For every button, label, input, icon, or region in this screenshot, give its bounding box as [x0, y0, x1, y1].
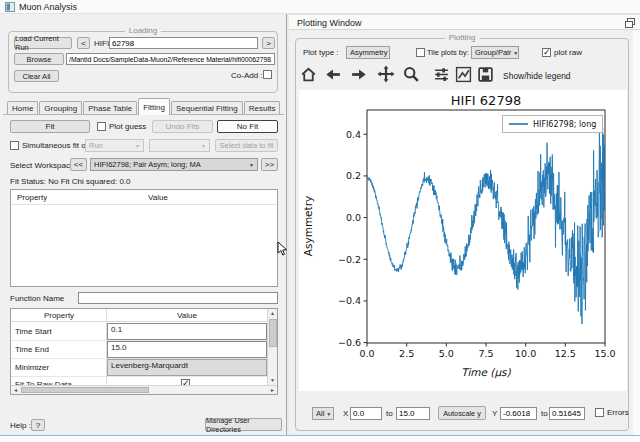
plot-title: HIFI 62798: [451, 93, 521, 108]
plot-type-value: Asymmetry: [350, 48, 388, 57]
home-icon[interactable]: [300, 66, 317, 83]
show-hide-legend-button[interactable]: Show/hide legend: [503, 71, 571, 81]
workspace-dropdown[interactable]: HIFI62798; Pair Asym; long; MA▼: [90, 158, 258, 171]
errors-checkbox[interactable]: [595, 408, 604, 417]
tile-by-dropdown[interactable]: Group/Pair▼: [471, 46, 519, 59]
load-current-run-button[interactable]: Load Current Run: [14, 37, 72, 49]
scroll-up-icon[interactable]: ▲: [270, 311, 275, 316]
help-button[interactable]: ?: [31, 419, 45, 431]
mouse-cursor: [277, 241, 288, 257]
pan-icon[interactable]: [377, 65, 395, 83]
instrument-label: HIFI: [94, 39, 109, 48]
select-data-to-fit-button[interactable]: Select data to fit: [215, 139, 278, 152]
tab-results[interactable]: Results: [244, 101, 281, 115]
browse-button[interactable]: Browse: [14, 53, 64, 65]
scope-dropdown[interactable]: All▼: [312, 407, 334, 420]
y-min-input[interactable]: [500, 407, 537, 420]
settings-row-property: Time Start: [15, 327, 52, 336]
scrollbar-thumb[interactable]: [21, 387, 149, 393]
loading-group-label: Loading: [125, 26, 161, 35]
co-add-checkbox[interactable]: [263, 70, 272, 79]
dropdown-arrow-icon: ▼: [388, 50, 391, 56]
workspace-next-button[interactable]: >>: [261, 158, 278, 171]
time-end-value[interactable]: 15.0: [107, 341, 267, 358]
plot-type-dropdown[interactable]: Asymmetry▼: [346, 46, 390, 59]
dropdown-arrow-icon: ▼: [133, 143, 140, 149]
next-run-button[interactable]: >: [262, 37, 275, 49]
no-fit-button[interactable]: No Fit: [217, 120, 278, 133]
simultaneous-scope-value: Run: [89, 141, 103, 150]
scroll-right-icon[interactable]: ►: [270, 388, 275, 393]
scroll-left-icon[interactable]: ◄: [13, 388, 18, 393]
desktop: Muon Analysis Loading Load Current Run <…: [0, 0, 640, 442]
simultaneous-scope-dropdown[interactable]: Run▼: [85, 139, 144, 152]
header-divider: [11, 321, 267, 322]
x-axis-label: Time (μs): [461, 366, 511, 379]
minimizer-value[interactable]: Levenberg-Marquardt: [107, 359, 267, 376]
plot-legend[interactable]: HIFI62798; long: [503, 116, 603, 133]
y-max-input[interactable]: [549, 407, 585, 420]
time-start-value[interactable]: 0.1: [107, 323, 267, 340]
function-browser-table[interactable]: Property Value: [10, 189, 278, 287]
tab-sequential-fitting[interactable]: Sequential Fitting: [171, 101, 243, 115]
help-label: Help :: [10, 421, 31, 430]
autoscale-y-button[interactable]: Autoscale y: [438, 406, 486, 420]
undo-fits-button[interactable]: Undo Fits: [152, 120, 213, 133]
plotting-titlebar: Plotting Window: [289, 14, 640, 30]
plot-figure[interactable]: HIFI 62798 0.02.55.07.510.012.515.0 0.40…: [299, 90, 627, 391]
run-number-input[interactable]: [109, 37, 258, 49]
forward-icon[interactable]: [350, 66, 367, 83]
customize-plot-icon[interactable]: [455, 66, 472, 83]
simultaneous-selection-dropdown[interactable]: ▼: [149, 139, 210, 152]
plot-guess-checkbox[interactable]: [97, 122, 106, 131]
file-path-input[interactable]: [66, 53, 275, 65]
function-name-input[interactable]: [78, 292, 278, 304]
plot-guess-label: Plot guess: [109, 122, 146, 131]
plot-raw-checkbox[interactable]: [542, 48, 551, 57]
dropdown-arrow-icon: ▼: [199, 143, 206, 149]
svg-text:0.2: 0.2: [346, 170, 361, 181]
dropdown-arrow-icon: ▼: [511, 50, 518, 56]
tab-fitting[interactable]: Fitting: [138, 98, 170, 115]
scrollbar-thumb[interactable]: [269, 319, 277, 347]
row-divider: [11, 376, 267, 377]
fit-status-text: Fit Status: No Fit Chi squared: 0.0: [10, 177, 131, 186]
y-axis-label: Asymmetry: [302, 196, 314, 256]
header-divider: [11, 204, 277, 205]
x-max-input[interactable]: [396, 407, 430, 420]
muon-app-icon: [5, 2, 15, 12]
back-icon[interactable]: [325, 66, 342, 83]
float-window-icon[interactable]: [625, 18, 635, 28]
zoom-icon[interactable]: [403, 66, 420, 83]
svg-text:0.0: 0.0: [359, 348, 374, 359]
settings-row-property: Minimizer: [15, 363, 49, 372]
horizontal-scrollbar[interactable]: ◄ ►: [11, 385, 277, 394]
tab-grouping[interactable]: Grouping: [39, 101, 82, 115]
muon-tab-bar: Home Grouping Phase Table Fitting Sequen…: [7, 98, 281, 115]
workspace-dropdown-value: HIFI62798; Pair Asym; long; MA: [94, 160, 201, 169]
fit-button[interactable]: Fit: [10, 120, 90, 133]
workspace-previous-button[interactable]: <<: [70, 158, 87, 171]
configure-subplots-icon[interactable]: [433, 66, 450, 83]
legend-entry-label: HIFI62798; long: [533, 120, 596, 129]
manage-user-directories-button[interactable]: Manage User Directories: [205, 418, 282, 431]
dropdown-arrow-icon: ▼: [324, 411, 331, 417]
previous-run-button[interactable]: <: [77, 37, 90, 49]
clear-all-button[interactable]: Clear All: [14, 70, 59, 82]
tile-plots-checkbox[interactable]: [416, 48, 425, 57]
tab-home[interactable]: Home: [7, 101, 38, 115]
plotting-window-title: Plotting Window: [297, 18, 362, 28]
vertical-scrollbar[interactable]: ▲ ▼: [267, 309, 277, 385]
plot-raw-label: plot raw: [554, 48, 582, 57]
dropdown-arrow-icon: ▼: [247, 162, 254, 168]
simultaneous-fit-checkbox[interactable]: [10, 141, 19, 150]
y-ticks: 0.40.20.0−0.2−0.4−0.6: [338, 129, 367, 348]
save-icon[interactable]: [477, 66, 494, 83]
x-min-input[interactable]: [350, 407, 382, 420]
scroll-down-icon[interactable]: ▼: [270, 378, 275, 383]
function-name-label: Function Name: [10, 294, 64, 303]
svg-text:2.5: 2.5: [399, 348, 414, 359]
svg-text:15.0: 15.0: [594, 348, 615, 359]
tab-phase-table[interactable]: Phase Table: [83, 101, 137, 115]
x-range-label: X: [343, 409, 348, 418]
